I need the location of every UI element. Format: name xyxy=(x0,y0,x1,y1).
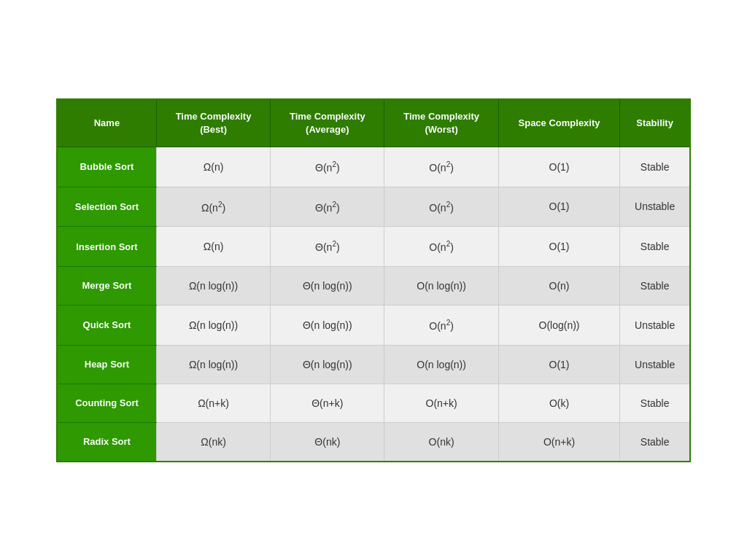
cell-name: Heap Sort xyxy=(57,345,156,384)
cell-stability: Stable xyxy=(620,227,690,267)
cell-tc_avg: Θ(nk) xyxy=(271,422,384,462)
header-sc: Space Complexity xyxy=(498,99,620,147)
cell-stability: Unstable xyxy=(620,305,690,345)
cell-name: Merge Sort xyxy=(57,266,156,305)
cell-tc_avg: Θ(n2) xyxy=(271,187,384,227)
cell-sc: O(1) xyxy=(498,147,620,187)
cell-tc_best: Ω(n+k) xyxy=(156,384,270,422)
sorting-table-container: Name Time Complexity(Best) Time Complexi… xyxy=(56,98,691,462)
cell-stability: Stable xyxy=(620,384,690,422)
cell-name: Insertion Sort xyxy=(57,227,156,267)
cell-name: Selection Sort xyxy=(57,187,156,227)
cell-tc_best: Ω(n log(n)) xyxy=(156,345,270,384)
cell-sc: O(k) xyxy=(498,384,620,422)
cell-sc: O(log(n)) xyxy=(498,305,620,345)
cell-tc_worst: O(n2) xyxy=(384,187,498,227)
cell-tc_worst: O(n2) xyxy=(384,147,498,187)
cell-tc_avg: Θ(n+k) xyxy=(271,384,384,422)
header-tc-avg: Time Complexity(Average) xyxy=(271,99,384,147)
cell-tc_worst: O(n+k) xyxy=(384,384,498,422)
table-row: Bubble SortΩ(n)Θ(n2)O(n2)O(1)Stable xyxy=(57,147,690,187)
cell-tc_avg: Θ(n log(n)) xyxy=(271,266,384,305)
cell-stability: Unstable xyxy=(620,345,690,384)
cell-tc_best: Ω(n) xyxy=(156,147,270,187)
cell-tc_worst: O(n2) xyxy=(384,227,498,267)
sorting-complexity-table: Name Time Complexity(Best) Time Complexi… xyxy=(56,98,691,462)
table-row: Radix SortΩ(nk)Θ(nk)O(nk)O(n+k)Stable xyxy=(57,422,690,462)
cell-tc_avg: Θ(n2) xyxy=(271,227,384,267)
cell-tc_best: Ω(n log(n)) xyxy=(156,305,270,345)
table-row: Counting SortΩ(n+k)Θ(n+k)O(n+k)O(k)Stabl… xyxy=(57,384,690,422)
cell-name: Quick Sort xyxy=(57,305,156,345)
cell-tc_avg: Θ(n2) xyxy=(271,147,384,187)
cell-name: Counting Sort xyxy=(57,384,156,422)
table-header-row: Name Time Complexity(Best) Time Complexi… xyxy=(57,99,690,147)
table-row: Heap SortΩ(n log(n))Θ(n log(n))O(n log(n… xyxy=(57,345,690,384)
table-row: Merge SortΩ(n log(n))Θ(n log(n))O(n log(… xyxy=(57,266,690,305)
table-row: Quick SortΩ(n log(n))Θ(n log(n))O(n2)O(l… xyxy=(57,305,690,345)
cell-name: Bubble Sort xyxy=(57,147,156,187)
header-stability: Stability xyxy=(620,99,690,147)
cell-tc_best: Ω(n log(n)) xyxy=(156,266,270,305)
cell-tc_best: Ω(n) xyxy=(156,227,270,267)
cell-stability: Unstable xyxy=(620,187,690,227)
cell-stability: Stable xyxy=(620,266,690,305)
cell-sc: O(1) xyxy=(498,187,620,227)
table-row: Selection SortΩ(n2)Θ(n2)O(n2)O(1)Unstabl… xyxy=(57,187,690,227)
cell-sc: O(n) xyxy=(498,266,620,305)
cell-tc_best: Ω(nk) xyxy=(156,422,270,462)
cell-tc_worst: O(n2) xyxy=(384,305,498,345)
cell-sc: O(1) xyxy=(498,345,620,384)
cell-stability: Stable xyxy=(620,422,690,462)
cell-stability: Stable xyxy=(620,147,690,187)
cell-sc: O(n+k) xyxy=(498,422,620,462)
table-row: Insertion SortΩ(n)Θ(n2)O(n2)O(1)Stable xyxy=(57,227,690,267)
header-name: Name xyxy=(57,99,156,147)
cell-tc_worst: O(n log(n)) xyxy=(384,266,498,305)
cell-tc_avg: Θ(n log(n)) xyxy=(271,345,384,384)
cell-tc_worst: O(n log(n)) xyxy=(384,345,498,384)
cell-tc_avg: Θ(n log(n)) xyxy=(271,305,384,345)
header-tc-best: Time Complexity(Best) xyxy=(156,99,270,147)
cell-tc_worst: O(nk) xyxy=(384,422,498,462)
cell-name: Radix Sort xyxy=(57,422,156,462)
cell-tc_best: Ω(n2) xyxy=(156,187,270,227)
header-tc-worst: Time Complexity(Worst) xyxy=(384,99,498,147)
cell-sc: O(1) xyxy=(498,227,620,267)
